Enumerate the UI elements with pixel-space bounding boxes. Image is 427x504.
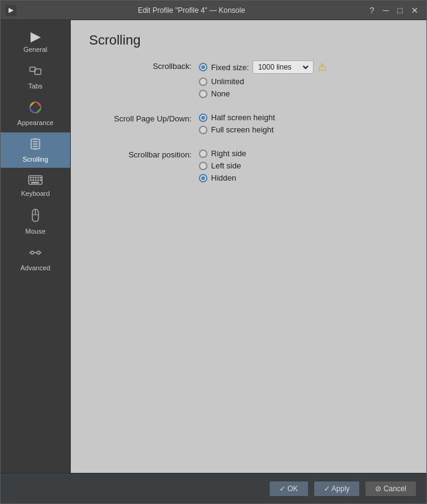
scrollbar-right-row: Right side bbox=[199, 149, 246, 158]
sidebar-label-tabs: Tabs bbox=[28, 82, 42, 90]
scrollbar-right-radio[interactable] bbox=[199, 149, 207, 158]
titlebar-controls: ? ─ □ ✕ bbox=[367, 5, 422, 16]
scroll-half-radio[interactable] bbox=[199, 113, 207, 122]
close-button[interactable]: ✕ bbox=[408, 5, 422, 16]
svg-rect-12 bbox=[35, 177, 37, 179]
scrollback-options: Fixed size: 1000 lines 500 lines 2000 li… bbox=[199, 60, 327, 98]
scrollback-label: Scrollback: bbox=[89, 60, 199, 71]
sidebar-label-advanced: Advanced bbox=[21, 264, 51, 272]
scroll-page-label: Scroll Page Up/Down: bbox=[89, 113, 199, 123]
svg-rect-10 bbox=[30, 177, 32, 179]
scrollback-fixed-label[interactable]: Fixed size: bbox=[211, 63, 249, 72]
scrollback-none-radio[interactable] bbox=[199, 90, 207, 98]
app-icon: ▶ bbox=[5, 5, 16, 16]
window-title: Edit Profile "Profile 4" — Konsole bbox=[16, 6, 367, 15]
scroll-page-row: Scroll Page Up/Down: Half screen height … bbox=[89, 113, 408, 134]
titlebar-left: ▶ bbox=[5, 5, 16, 16]
scrollbar-left-row: Left side bbox=[199, 161, 246, 170]
scroll-half-row: Half screen height bbox=[199, 113, 275, 122]
maximize-button[interactable]: □ bbox=[395, 5, 406, 16]
scrollback-unlimited-label[interactable]: Unlimited bbox=[211, 77, 244, 86]
scrollbar-position-label: Scrollbar position: bbox=[89, 149, 199, 159]
sidebar-label-general: General bbox=[23, 46, 47, 53]
scroll-page-group: Scroll Page Up/Down: Half screen height … bbox=[89, 113, 408, 134]
scrollbar-right-label[interactable]: Right side bbox=[211, 149, 246, 158]
scrollback-group: Scrollback: Fixed size: 1000 lines 500 l… bbox=[89, 60, 408, 98]
scrollbar-hidden-radio[interactable] bbox=[199, 174, 207, 182]
scrollback-row: Scrollback: Fixed size: 1000 lines 500 l… bbox=[89, 60, 408, 98]
scrollback-fixed-radio[interactable] bbox=[199, 63, 207, 71]
scrollbar-hidden-row: Hidden bbox=[199, 173, 246, 182]
sidebar-label-keyboard: Keyboard bbox=[21, 190, 49, 197]
scrollbar-hidden-label[interactable]: Hidden bbox=[211, 173, 236, 182]
svg-rect-19 bbox=[40, 179, 41, 181]
scrollback-none-label[interactable]: None bbox=[211, 89, 230, 98]
sidebar-label-mouse: Mouse bbox=[25, 228, 45, 235]
main-window: ▶ Edit Profile "Profile 4" — Konsole ? ─… bbox=[0, 0, 427, 504]
scrollbar-position-group: Scrollbar position: Right side Left side bbox=[89, 149, 408, 182]
sidebar-item-scrolling[interactable]: Scrolling bbox=[1, 132, 70, 168]
tabs-icon bbox=[29, 64, 42, 80]
svg-rect-15 bbox=[30, 179, 32, 181]
lines-select-box[interactable]: 1000 lines 500 lines 2000 lines 5000 lin… bbox=[253, 60, 314, 74]
lines-select[interactable]: 1000 lines 500 lines 2000 lines 5000 lin… bbox=[256, 62, 310, 72]
content-area: Scrolling Scrollback: Fixed size: 1000 l… bbox=[71, 20, 426, 473]
scroll-full-radio[interactable] bbox=[199, 126, 207, 134]
keyboard-icon bbox=[28, 174, 43, 187]
svg-rect-20 bbox=[31, 182, 39, 184]
sidebar-item-tabs[interactable]: Tabs bbox=[1, 59, 70, 95]
svg-point-24 bbox=[37, 251, 40, 254]
sidebar-label-scrolling: Scrolling bbox=[23, 156, 48, 163]
help-button[interactable]: ? bbox=[367, 5, 378, 16]
general-icon: ▶ bbox=[30, 30, 41, 43]
apply-button[interactable]: ✓ Apply bbox=[314, 481, 361, 497]
svg-rect-17 bbox=[35, 179, 37, 181]
ok-button[interactable]: ✓ OK bbox=[269, 481, 309, 497]
scrollback-none-row: None bbox=[199, 89, 327, 98]
svg-rect-18 bbox=[37, 179, 39, 181]
scrollback-unlimited-radio[interactable] bbox=[199, 77, 207, 86]
appearance-icon bbox=[29, 101, 42, 117]
scroll-page-options: Half screen height Full screen height bbox=[199, 113, 275, 134]
scrollbar-left-radio[interactable] bbox=[199, 162, 207, 170]
sidebar-item-keyboard[interactable]: Keyboard bbox=[1, 169, 70, 202]
advanced-icon bbox=[29, 246, 42, 262]
svg-point-23 bbox=[31, 251, 34, 254]
main-content: ▶ General Tabs bbox=[1, 20, 426, 473]
svg-rect-13 bbox=[37, 177, 39, 179]
scroll-full-label[interactable]: Full screen height bbox=[211, 125, 274, 134]
mouse-icon bbox=[30, 208, 40, 225]
svg-rect-11 bbox=[32, 177, 34, 179]
sidebar-item-appearance[interactable]: Appearance bbox=[1, 96, 70, 131]
footer: ✓ OK ✓ Apply ⊘ Cancel bbox=[1, 473, 426, 503]
cancel-button[interactable]: ⊘ Cancel bbox=[365, 481, 417, 497]
warning-icon: ⚠ bbox=[317, 60, 327, 74]
scroll-half-label[interactable]: Half screen height bbox=[211, 113, 275, 122]
sidebar-item-mouse[interactable]: Mouse bbox=[1, 203, 70, 240]
scrollbar-left-label[interactable]: Left side bbox=[211, 161, 241, 170]
sidebar-label-appearance: Appearance bbox=[17, 119, 53, 126]
page-title: Scrolling bbox=[89, 32, 408, 48]
svg-rect-16 bbox=[32, 179, 34, 181]
sidebar-item-advanced[interactable]: Advanced bbox=[1, 241, 70, 276]
scrollback-unlimited-row: Unlimited bbox=[199, 77, 327, 86]
svg-rect-14 bbox=[40, 177, 41, 179]
titlebar: ▶ Edit Profile "Profile 4" — Konsole ? ─… bbox=[1, 1, 426, 20]
minimize-button[interactable]: ─ bbox=[380, 5, 392, 16]
scrolling-icon bbox=[29, 137, 42, 153]
scroll-full-row: Full screen height bbox=[199, 125, 275, 134]
scrollback-fixed-row: Fixed size: 1000 lines 500 lines 2000 li… bbox=[199, 60, 327, 74]
scrollbar-position-options: Right side Left side Hidden bbox=[199, 149, 246, 182]
sidebar: ▶ General Tabs bbox=[1, 20, 71, 473]
sidebar-item-general[interactable]: ▶ General bbox=[1, 25, 70, 58]
scrollbar-position-row: Scrollbar position: Right side Left side bbox=[89, 149, 408, 182]
